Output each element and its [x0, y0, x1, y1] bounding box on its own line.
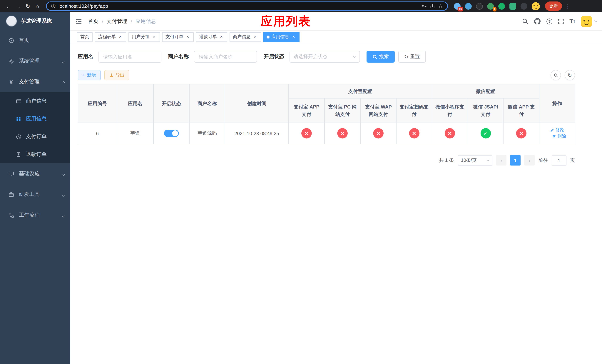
sidebar-item-app-info[interactable]: 应用信息	[0, 110, 70, 128]
browser-home-button[interactable]	[32, 1, 42, 11]
cell-app-id: 6	[78, 123, 117, 144]
fullscreen-icon[interactable]	[558, 18, 564, 24]
sidebar-item-label: 应用信息	[26, 116, 70, 122]
font-size-icon[interactable]	[570, 18, 575, 25]
help-icon[interactable]	[547, 18, 552, 24]
tab-close-icon[interactable]	[291, 34, 296, 39]
extension-icon[interactable]	[465, 3, 472, 10]
pencil-icon	[550, 128, 554, 132]
tab-process-form[interactable]: 流程表单	[95, 32, 126, 42]
status-error-icon	[409, 128, 419, 139]
monitor-icon	[8, 171, 14, 176]
app-title: 芋道管理系统	[21, 18, 52, 24]
status-select[interactable]: 请选择开启状态	[290, 51, 360, 63]
password-key-icon[interactable]	[421, 3, 427, 9]
user-avatar	[581, 16, 592, 27]
sidebar-item-workflow[interactable]: 工作流程	[0, 205, 70, 225]
sidebar-item-infrastructure[interactable]: 基础设施	[0, 163, 70, 184]
current-page-button[interactable]: 1	[510, 155, 521, 166]
github-icon[interactable]	[534, 18, 541, 25]
breadcrumb-payment[interactable]: 支付管理	[107, 18, 127, 25]
sidebar-item-payment[interactable]: 支付管理	[0, 72, 70, 92]
toggle-search-button[interactable]	[550, 70, 561, 80]
search-icon[interactable]	[522, 18, 528, 24]
tab-refund-order[interactable]: 退款订单	[196, 32, 227, 42]
tab-home[interactable]: 首页	[77, 32, 93, 42]
screen: localhost:1024/pay/app 10 1	[0, 0, 602, 364]
url-text: localhost:1024/pay/app	[58, 3, 419, 9]
breadcrumb-home[interactable]: 首页	[88, 18, 98, 25]
browser-profile-avatar[interactable]	[532, 2, 540, 10]
export-button[interactable]: 导出	[104, 70, 129, 80]
page-size-select[interactable]: 10条/页	[458, 155, 492, 166]
column-header-created: 创建时间	[225, 84, 289, 123]
status-toggle[interactable]	[164, 130, 179, 137]
tab-merchant-info[interactable]: 商户信息	[230, 32, 261, 42]
yen-icon	[8, 79, 14, 85]
hamburger-icon[interactable]	[70, 18, 87, 24]
tab-close-icon[interactable]	[151, 34, 157, 39]
browser-back-button[interactable]	[4, 1, 13, 11]
app-name-label: 应用名	[78, 53, 93, 60]
edit-link[interactable]: 修改	[550, 127, 564, 133]
site-info-icon[interactable]	[51, 3, 55, 9]
address-bar[interactable]: localhost:1024/pay/app	[46, 1, 448, 11]
sidebar-item-merchant-info[interactable]: 商户信息	[0, 92, 70, 110]
cell-app-name: 芋道	[117, 123, 153, 144]
sidebar-item-pay-order[interactable]: 支付订单	[0, 128, 70, 146]
next-page-button[interactable]	[524, 155, 535, 166]
browser-reload-button[interactable]	[23, 1, 32, 11]
browser-forward-button[interactable]	[13, 1, 23, 11]
share-icon[interactable]	[430, 3, 435, 9]
tab-user-group[interactable]: 用户分组	[129, 32, 160, 42]
column-header-status: 开启状态	[153, 84, 189, 123]
sidebar-logo[interactable]: 芋道管理系统	[0, 12, 70, 30]
extension-icon[interactable]	[498, 3, 505, 10]
merchant-name-input[interactable]	[194, 51, 257, 63]
user-menu[interactable]	[581, 16, 597, 27]
tab-label: 用户分组	[132, 34, 150, 40]
extension-badge: 10	[458, 7, 463, 11]
goto-page-input[interactable]	[552, 155, 567, 166]
page-content: 应用名 商户名称 开启状态 请选择开启状态	[70, 43, 602, 364]
column-header-id: 应用编号	[78, 84, 117, 123]
extension-icon[interactable]	[521, 3, 527, 10]
refresh-table-button[interactable]	[565, 70, 575, 80]
add-button[interactable]: 新增	[78, 70, 101, 80]
tab-close-icon[interactable]	[219, 34, 224, 39]
navbar-actions	[522, 16, 602, 27]
chevron-down-icon	[62, 171, 64, 177]
tab-close-icon[interactable]	[252, 34, 258, 39]
tab-close-icon[interactable]	[185, 34, 190, 39]
bookmark-star-icon[interactable]	[438, 3, 443, 9]
sidebar-item-refund-order[interactable]: 退款订单	[0, 146, 70, 163]
chrome-update-button[interactable]: 更新	[545, 1, 562, 11]
sidebar-item-home[interactable]: 首页	[0, 30, 70, 51]
merchant-name-label: 商户名称	[168, 53, 189, 60]
extension-icon[interactable]: 10	[454, 3, 461, 10]
tab-app-info[interactable]: 应用信息	[263, 32, 300, 42]
extension-icon[interactable]: 1	[487, 3, 494, 10]
delete-link[interactable]: 删除	[552, 133, 566, 139]
browser-menu-icon[interactable]	[565, 3, 571, 10]
tab-close-icon[interactable]	[118, 34, 123, 39]
table-row: 6 芋道 芋道源码 2021-10-23 08:49:25	[78, 123, 575, 144]
edit-link-label: 修改	[555, 127, 564, 133]
prev-page-button[interactable]	[496, 155, 506, 166]
status-success-icon	[480, 128, 491, 139]
extension-icon[interactable]	[509, 3, 516, 10]
extension-icon[interactable]	[476, 3, 483, 10]
breadcrumb: 首页 / 支付管理 / 应用信息	[88, 18, 156, 25]
grid-icon	[16, 116, 22, 121]
tab-pay-order[interactable]: 支付订单	[162, 32, 194, 42]
group-header-alipay: 支付宝配置	[289, 84, 432, 98]
sidebar-item-system[interactable]: 系统管理	[0, 51, 70, 72]
cell-status	[153, 123, 189, 144]
app-name-input[interactable]	[98, 51, 161, 63]
reset-button[interactable]: 重置	[398, 51, 426, 63]
search-button[interactable]: 搜索	[366, 51, 395, 63]
navbar: 首页 / 支付管理 / 应用信息 应用列表	[70, 12, 602, 31]
sidebar-item-devtools[interactable]: 研发工具	[0, 184, 70, 205]
column-header-alipay-pc: 支付宝 PC 网站支付	[324, 98, 360, 123]
cell-merchant: 芋道源码	[189, 123, 225, 144]
